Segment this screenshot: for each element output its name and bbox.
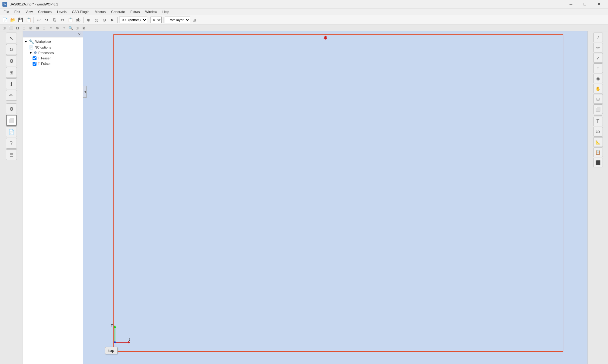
tree-frasen2[interactable]: T Fräsen (24, 61, 82, 66)
rt-grid[interactable]: ⊞ (593, 94, 603, 104)
lp-select[interactable]: ↖ (6, 33, 17, 43)
tree-panel: ✕ ▼ 🔧 Workpiece 📄 NC options ▼ ⚙ Process… (23, 31, 83, 364)
tree-content: ▼ 🔧 Workpiece 📄 NC options ▼ ⚙ Processes… (23, 37, 83, 364)
sep2 (83, 17, 84, 23)
menu-extras[interactable]: Extras (128, 9, 142, 14)
svg-text:X: X (129, 338, 130, 342)
tree-processes[interactable]: ▼ ⚙ Processes (24, 50, 82, 55)
viewport-canvas[interactable] (113, 34, 563, 352)
sep1 (33, 17, 34, 23)
tree-frasen1[interactable]: T Fräsen (24, 55, 82, 61)
viewport-axes: Y X (106, 324, 130, 349)
menu-help[interactable]: Help (160, 9, 172, 14)
tb2-btn2[interactable]: ⬜ (8, 25, 14, 31)
menubar: File Edit View Contours Levels CAD-Plugi… (0, 8, 608, 15)
top-label: top (105, 347, 118, 354)
processes-icon: ⚙ (34, 51, 37, 55)
tb-save2[interactable]: 📋 (25, 16, 32, 24)
lp-doc[interactable]: 📄 (6, 126, 17, 137)
tb2-btn9[interactable]: ⊕ (54, 25, 60, 31)
rt-hand[interactable]: ✋ (593, 84, 603, 93)
tb-undo[interactable]: ↩ (35, 16, 43, 24)
lp-process[interactable]: ⚙ (6, 55, 17, 66)
expand-icon: ▼ (24, 40, 28, 44)
viewport-area[interactable]: ✱ Y X top (83, 31, 587, 364)
sep5 (163, 17, 163, 23)
rt-fill[interactable]: ⬛ (593, 158, 603, 167)
menu-edit[interactable]: Edit (12, 9, 23, 14)
svg-text:Y: Y (111, 324, 113, 328)
menu-view[interactable]: View (23, 9, 35, 14)
view-combo[interactable]: 000 (bottom) (119, 17, 147, 23)
tb-target[interactable]: ⊕ (85, 16, 92, 24)
menu-generate[interactable]: Generate (109, 9, 127, 14)
lp-gear[interactable]: ⚙ (6, 103, 17, 114)
tree-workpiece[interactable]: ▼ 🔧 Workpiece (24, 39, 82, 45)
tree-close-button[interactable]: ✕ (77, 32, 82, 37)
rt-text[interactable]: T (593, 117, 603, 126)
tb2-btn13[interactable]: ⊠ (81, 25, 87, 31)
tb2-btn6[interactable]: ⊞ (34, 25, 40, 31)
tb-text[interactable]: ab (74, 16, 82, 24)
tb2-btn3[interactable]: ⊟ (14, 25, 21, 31)
tb2-btn5[interactable]: ⊠ (28, 25, 34, 31)
titlebar: W BAS0012A.mpr* - woodWOP 8.1 ─ □ ✕ (0, 0, 608, 8)
rt-pointer[interactable]: ↗ (593, 33, 603, 42)
processes-expand: ▼ (29, 51, 33, 55)
lp-contour[interactable]: ⊞ (6, 67, 17, 78)
frasen2-icon: T (38, 62, 40, 66)
rt-pencil[interactable]: ✏ (593, 43, 603, 52)
rt-rect[interactable]: ⬜ (593, 104, 603, 114)
tb2-btn10[interactable]: ⊖ (61, 25, 67, 31)
processes-label: Processes (38, 51, 54, 55)
tb2-btn1[interactable]: ⊞ (1, 25, 7, 31)
tb2-btn12[interactable]: ⊞ (74, 25, 80, 31)
tb2-btn11[interactable]: 🔍 (68, 25, 74, 31)
tb2-btn7[interactable]: ⊟ (41, 25, 47, 31)
rt-measure[interactable]: 📐 (593, 137, 603, 147)
tb-snap2[interactable]: ⊙ (101, 16, 108, 24)
menu-window[interactable]: Window (143, 9, 159, 14)
tb-open[interactable]: 📂 (9, 16, 16, 24)
menu-cad-plugin[interactable]: CAD-Plugin (70, 9, 92, 14)
menu-levels[interactable]: Levels (55, 9, 69, 14)
lp-rect[interactable]: ⬜ (6, 115, 17, 126)
rt-circle[interactable]: ○ (593, 63, 603, 73)
tb-cut[interactable]: ✂ (59, 16, 66, 24)
frasen2-checkbox[interactable] (33, 62, 36, 66)
tree-collapse-handle[interactable]: ◀ (83, 86, 87, 98)
tb2-btn4[interactable]: ⊡ (21, 25, 27, 31)
lp-info[interactable]: ℹ (6, 78, 17, 89)
tree-nc-options[interactable]: 📄 NC options (24, 45, 82, 50)
menu-file[interactable]: File (1, 9, 11, 14)
tb-redo[interactable]: ↪ (43, 16, 50, 24)
menu-macros[interactable]: Macros (92, 9, 108, 14)
close-button[interactable]: ✕ (592, 0, 606, 8)
menu-contours[interactable]: Contours (36, 9, 54, 14)
rt-clip[interactable]: 📋 (593, 147, 603, 157)
color-combo[interactable]: 0 (150, 17, 162, 23)
tb-snap[interactable]: ◎ (93, 16, 100, 24)
layer-combo[interactable]: From layer (165, 17, 190, 23)
tb-layers[interactable]: ⊞ (191, 16, 198, 24)
rt-select[interactable]: ↙ (593, 53, 603, 63)
tb-paste[interactable]: 📋 (67, 16, 74, 24)
frasen1-checkbox[interactable] (33, 56, 36, 60)
lp-help[interactable]: ? (6, 138, 17, 149)
maximize-button[interactable]: □ (578, 0, 592, 8)
svg-point-4 (114, 341, 116, 343)
lp-draw[interactable]: ✏ (6, 90, 17, 101)
tb2-btn8[interactable]: ≡ (48, 25, 54, 31)
rt-ellipse[interactable]: ◉ (593, 74, 603, 83)
tb-copy[interactable]: ⎘ (51, 16, 58, 24)
rt-3d[interactable]: 3D (593, 127, 603, 137)
tb-new[interactable]: 📄 (1, 16, 8, 24)
minimize-button[interactable]: ─ (564, 0, 578, 8)
lp-list[interactable]: ☰ (6, 149, 17, 160)
tb-save[interactable]: 💾 (17, 16, 24, 24)
main-layout: ↖ ↻ ⚙ ⊞ ℹ ✏ ⚙ ⬜ 📄 ? ☰ ✕ ▼ 🔧 Workpiece 📄 … (0, 31, 608, 364)
tb-arrow[interactable]: ➤ (109, 16, 116, 24)
sep4 (149, 17, 149, 23)
lp-rotate[interactable]: ↻ (6, 44, 17, 55)
tree-header: ✕ (23, 31, 83, 37)
